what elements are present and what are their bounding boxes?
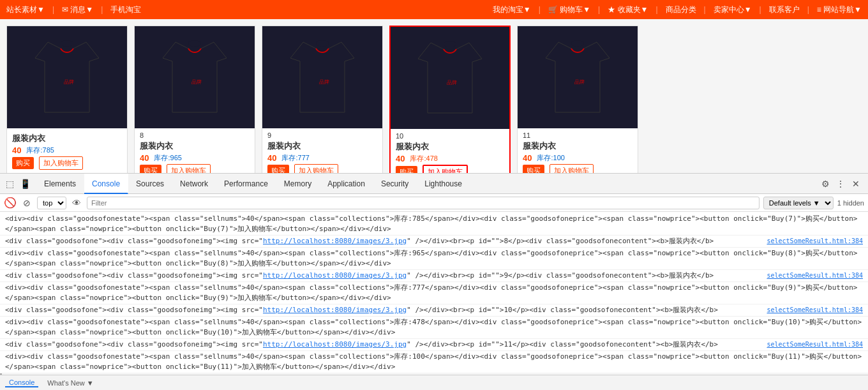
- svg-text:品牌: 品牌: [64, 79, 74, 85]
- nav-item-my-taobao[interactable]: 我的淘宝▼: [493, 4, 531, 15]
- nav-item-categories[interactable]: 商品分类: [666, 4, 696, 15]
- nav-item-cart[interactable]: 🛒 购物车▼: [548, 4, 590, 15]
- product-stock-10: 库存:478: [410, 154, 437, 163]
- svg-point-6: [444, 41, 456, 47]
- nav-item-favorites[interactable]: ★ 收藏夹▼: [608, 4, 648, 15]
- product-price-10: 40: [396, 154, 405, 163]
- product-row-9: 40 库存:777: [267, 153, 377, 163]
- nav-item-message[interactable]: ✉ 消息▼: [62, 4, 93, 15]
- tab-performance[interactable]: Performance: [216, 174, 276, 192]
- product-price-9: 40: [267, 153, 276, 163]
- more-options-icon[interactable]: ⋮: [834, 177, 847, 190]
- tab-network[interactable]: Network: [172, 174, 216, 192]
- product-stock-9: 库存:777: [281, 153, 309, 163]
- svg-point-4: [316, 40, 329, 47]
- nav-left: 站长素材▼ | ✉ 消息▼ | 手机淘宝: [6, 4, 141, 15]
- product-card-7: 品牌 服装内衣 40 库存:785 购买 加入购物车: [6, 26, 128, 185]
- nav-item-mobile[interactable]: 手机淘宝: [110, 4, 141, 15]
- product-price-7: 40: [12, 146, 21, 155]
- product-image-8: 品牌: [135, 26, 255, 128]
- product-card-10: 品牌 10 服装内衣 40 库存:478 购买 加入购物车: [389, 26, 511, 185]
- product-row-8: 40 库存:965: [140, 153, 250, 163]
- product-name-7: 服装内衣: [12, 133, 122, 144]
- product-image-7: 品牌: [7, 26, 127, 128]
- product-image-11: 品牌: [518, 26, 638, 128]
- nav-item-site-nav[interactable]: ≡ 网站导航▼: [817, 4, 862, 15]
- devtools-tab-bar: ⬚ 📱 Elements Console Sources Network Per…: [0, 174, 868, 191]
- product-image-9: 品牌: [262, 26, 382, 128]
- svg-text:品牌: 品牌: [447, 80, 457, 86]
- svg-point-0: [61, 40, 73, 47]
- product-actions-7: 购买 加入购物车: [12, 156, 122, 170]
- tab-lighthouse[interactable]: Lighthouse: [417, 174, 470, 192]
- product-info-7: 服装内衣 40 库存:785 购买 加入购物车: [7, 128, 127, 174]
- product-name-8: 服装内衣: [140, 140, 250, 152]
- nav-item-seller[interactable]: 卖家中心▼: [714, 4, 752, 15]
- product-card-9: 品牌 9 服装内衣 40 库存:777 购买 加入购物车: [262, 26, 383, 185]
- devtools-toolbar-right: ⚙ ⋮ ✕: [816, 177, 865, 190]
- svg-point-8: [571, 40, 584, 47]
- nav-item-contact[interactable]: 联系客户: [769, 4, 800, 15]
- product-price-8: 40: [140, 153, 149, 163]
- product-row-10: 40 库存:478: [396, 154, 504, 163]
- svg-text:品牌: 品牌: [191, 79, 202, 85]
- product-name-11: 服装内衣: [523, 140, 632, 152]
- close-devtools-icon[interactable]: ✕: [849, 177, 862, 190]
- product-name-9: 服装内衣: [267, 140, 377, 152]
- product-num-11: 11: [523, 131, 632, 139]
- product-area: 品牌 服装内衣 40 库存:785 购买 加入购物车 品牌: [0, 19, 868, 191]
- product-card-11: 品牌 11 服装内衣 40 库存:100 购买 加入购物车: [517, 26, 638, 185]
- tab-sources[interactable]: Sources: [128, 174, 172, 192]
- inspect-toggle-icon[interactable]: ⬚: [3, 177, 16, 190]
- product-stock-11: 库存:100: [537, 153, 564, 163]
- svg-text:品牌: 品牌: [574, 79, 585, 85]
- product-card-8: 品牌 8 服装内衣 40 库存:965 购买 加入购物车: [134, 26, 255, 185]
- tab-security[interactable]: Security: [373, 174, 417, 192]
- product-price-11: 40: [523, 153, 532, 163]
- product-stock-8: 库存:965: [154, 153, 181, 163]
- devtools-panel: ⬚ 📱 Elements Console Sources Network Per…: [0, 173, 868, 191]
- product-stock-7: 库存:785: [26, 146, 54, 155]
- top-navigation: 站长素材▼ | ✉ 消息▼ | 手机淘宝 我的淘宝▼ | 🛒 购物车▼ | ★ …: [0, 0, 868, 19]
- product-num-9: 9: [267, 131, 377, 139]
- tab-console[interactable]: Console: [84, 174, 128, 192]
- product-num-8: 8: [140, 131, 250, 139]
- svg-text:品牌: 品牌: [319, 79, 329, 85]
- settings-icon[interactable]: ⚙: [819, 177, 832, 190]
- product-row-7: 40 库存:785: [12, 146, 122, 155]
- tab-elements[interactable]: Elements: [36, 174, 84, 192]
- product-row-11: 40 库存:100: [523, 153, 632, 163]
- nav-right: 我的淘宝▼ | 🛒 购物车▼ | ★ 收藏夹▼ | 商品分类 | 卖家中心▼ |…: [493, 4, 862, 15]
- add-cart-button-7[interactable]: 加入购物车: [39, 156, 83, 170]
- buy-button-7[interactable]: 购买: [12, 157, 34, 169]
- product-image-10: 品牌: [391, 27, 509, 129]
- tab-memory[interactable]: Memory: [276, 174, 320, 192]
- product-name-10: 服装内衣: [396, 141, 504, 153]
- nav-item-zhanzhang[interactable]: 站长素材▼: [6, 4, 45, 15]
- tab-application[interactable]: Application: [320, 174, 373, 192]
- svg-point-2: [188, 40, 201, 47]
- product-num-10: 10: [396, 132, 504, 140]
- device-toggle-icon[interactable]: 📱: [19, 177, 31, 190]
